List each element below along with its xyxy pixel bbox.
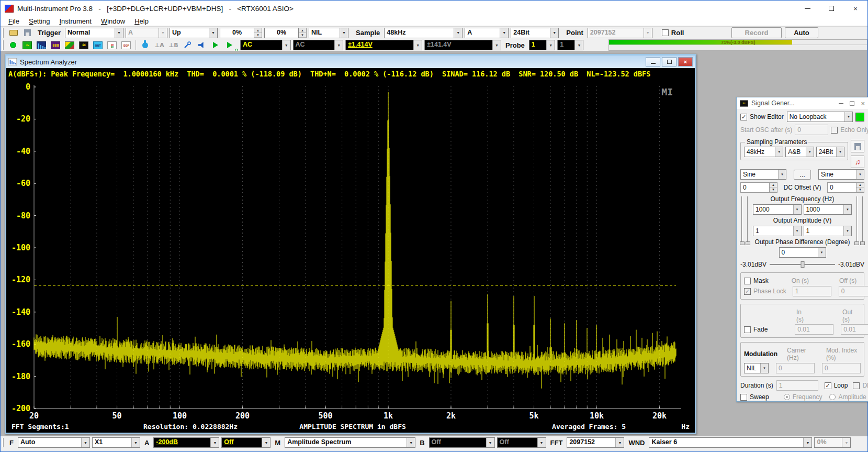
derived-data-icon[interactable]: ≈ — [106, 39, 119, 51]
loopback-select[interactable]: No Loopback▼ — [787, 112, 853, 122]
spectrum-window-titlebar[interactable]: Spectrum Analyzer × — [6, 56, 695, 68]
signal-generator-titlebar[interactable]: ≈ Signal Gener... × — [737, 97, 868, 109]
spin-up-icon[interactable]: ▲ — [299, 28, 306, 33]
sample-bits-select[interactable]: 24Bit▼ — [511, 28, 559, 38]
trigger-edge-select[interactable]: Up▼ — [170, 28, 218, 38]
multimeter-icon[interactable]: 888 — [49, 39, 62, 51]
amplitude-slider-b-inner[interactable] — [856, 196, 858, 242]
chevron-down-icon[interactable]: ▼ — [843, 226, 851, 236]
generator-save-icon[interactable] — [851, 140, 864, 152]
amplitude-a-select[interactable]: 1▼ — [753, 226, 802, 236]
chevron-down-icon[interactable]: ▼ — [500, 28, 508, 38]
trigger-hpf-select[interactable]: NIL▼ — [309, 28, 348, 38]
app-close-button[interactable]: × — [843, 1, 867, 16]
amplitude-b-select[interactable]: 1▼ — [804, 226, 852, 236]
chevron-down-icon[interactable]: ▼ — [550, 28, 558, 38]
chevron-down-icon[interactable]: ▼ — [407, 438, 415, 447]
run-stop-icon[interactable] — [7, 39, 20, 51]
waveform-more-button[interactable]: ... — [794, 170, 811, 180]
frequency-a-select[interactable]: 1000▼ — [753, 204, 802, 215]
chevron-down-icon[interactable]: ▼ — [836, 147, 844, 157]
chevron-down-icon[interactable]: ▼ — [806, 147, 814, 157]
modulation-type-select[interactable]: NIL▼ — [744, 363, 769, 373]
range-a-select[interactable]: ±1.414V▼ — [345, 40, 422, 50]
fft-size-select[interactable]: 2097152▼ — [567, 437, 624, 448]
generator-channels-select[interactable]: A&B▼ — [785, 147, 814, 157]
spectrum-plot[interactable]: 0-20-40-60-80-100-120-140-160-180-200205… — [6, 80, 695, 422]
dc-offset-a-input[interactable] — [740, 182, 770, 193]
balance-slider[interactable] — [770, 264, 835, 265]
chevron-down-icon[interactable]: ▼ — [115, 28, 123, 38]
slider-handle[interactable] — [740, 241, 745, 245]
a-range-select[interactable]: -200dB▼ — [153, 437, 219, 448]
generator-rate-select[interactable]: 48kHz▼ — [744, 147, 783, 157]
chevron-down-icon[interactable]: ▼ — [454, 28, 462, 38]
dc-a-spinner[interactable]: ▲▼ — [770, 182, 777, 193]
spectrum-close-button[interactable]: × — [678, 57, 693, 67]
auto-button[interactable]: Auto — [785, 27, 818, 38]
sample-rate-select[interactable]: 48kHz▼ — [384, 28, 463, 38]
chevron-down-icon[interactable]: ▼ — [546, 40, 555, 50]
roll-checkbox[interactable] — [662, 29, 669, 36]
oscilloscope-icon[interactable]: ~ — [21, 39, 34, 51]
generator-bits-select[interactable]: 24Bit▼ — [816, 147, 844, 157]
waveform-a-select[interactable]: Sine▼ — [740, 169, 786, 180]
sound-output-icon[interactable] — [195, 39, 208, 51]
spin-down-icon[interactable]: ▼ — [254, 33, 262, 38]
chevron-down-icon[interactable]: ▼ — [210, 438, 219, 447]
ddp-viewer-icon[interactable]: DDP — [120, 39, 133, 51]
chevron-down-icon[interactable]: ▼ — [131, 438, 140, 447]
balance-slider-handle[interactable] — [801, 261, 804, 268]
slider-handle[interactable] — [860, 241, 865, 245]
spectrum-analyzer-icon[interactable] — [35, 39, 48, 51]
menu-file[interactable]: File — [4, 17, 24, 26]
chevron-down-icon[interactable]: ▼ — [81, 438, 89, 447]
chevron-down-icon[interactable]: ▼ — [844, 112, 852, 122]
save-file-icon[interactable] — [21, 27, 34, 39]
amplitude-slider-a-inner[interactable] — [747, 196, 748, 242]
window-function-select[interactable]: Kaiser 6▼ — [649, 437, 812, 448]
spin-down-icon[interactable]: ▼ — [299, 33, 306, 38]
chevron-down-icon[interactable]: ▼ — [413, 40, 422, 50]
spin-up-icon[interactable]: ▲ — [254, 28, 262, 33]
x-multiplier-select[interactable]: X1▼ — [92, 437, 140, 448]
chevron-down-icon[interactable]: ▼ — [262, 438, 270, 447]
chevron-down-icon[interactable]: ▼ — [615, 438, 624, 447]
probe-calibration-icon[interactable] — [181, 39, 194, 51]
sg-minimize-button[interactable] — [839, 103, 843, 104]
trigger-delay-spinner[interactable]: 0% ▲▼ — [264, 28, 307, 38]
probe-a-select[interactable]: 1▼ — [529, 40, 555, 50]
chevron-down-icon[interactable]: ▼ — [760, 363, 768, 373]
spectrum-3d-plot-icon[interactable] — [63, 39, 76, 51]
generator-run-indicator[interactable] — [855, 113, 864, 122]
chevron-down-icon[interactable]: ▼ — [340, 28, 348, 38]
menu-setting[interactable]: Setting — [24, 17, 54, 26]
chevron-down-icon[interactable]: ▼ — [803, 438, 811, 447]
sweep-checkbox[interactable] — [740, 394, 747, 401]
play-loop-icon[interactable] — [223, 39, 236, 51]
chevron-down-icon[interactable]: ▼ — [793, 226, 801, 236]
chevron-down-icon[interactable]: ▼ — [282, 40, 290, 50]
mask-checkbox[interactable] — [744, 278, 751, 284]
app-maximize-button[interactable] — [819, 1, 843, 16]
chevron-down-icon[interactable]: ▼ — [856, 170, 864, 179]
fade-checkbox[interactable] — [744, 326, 751, 333]
trigger-mode-select[interactable]: Normal▼ — [65, 28, 123, 38]
slider-handle[interactable] — [746, 241, 750, 245]
waveform-b-select[interactable]: Sine▼ — [818, 169, 864, 180]
menu-window[interactable]: Window — [96, 17, 130, 26]
coupling-a-select[interactable]: AC▼ — [240, 40, 291, 50]
sample-channel-select[interactable]: A▼ — [465, 28, 509, 38]
chevron-down-icon[interactable]: ▼ — [775, 147, 783, 157]
app-minimize-button[interactable] — [795, 1, 819, 16]
generator-music-icon[interactable]: ♫ — [851, 156, 864, 168]
spectrum-minimize-button[interactable] — [646, 57, 660, 67]
chevron-down-icon[interactable]: ▼ — [793, 205, 801, 214]
dc-offset-b-input[interactable] — [827, 182, 856, 193]
menu-instrument[interactable]: Instrument — [54, 17, 96, 26]
amplitude-slider-a-outer[interactable] — [741, 196, 742, 242]
spectrum-restore-button[interactable] — [662, 57, 677, 67]
chevron-down-icon[interactable]: ▼ — [778, 170, 786, 179]
chevron-down-icon[interactable]: ▼ — [818, 248, 826, 257]
display-mode-select[interactable]: Amplitude Spectrum▼ — [285, 437, 415, 448]
